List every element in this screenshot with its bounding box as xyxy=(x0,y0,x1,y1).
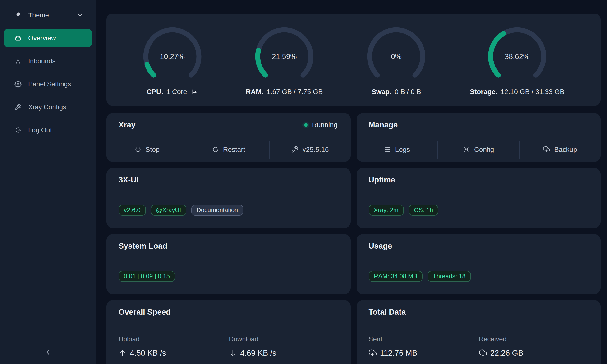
sent-metric: Sent 112.76 MB xyxy=(369,335,479,358)
speed-metrics: Upload 4.50 KB /s Download 4.69 KB /s xyxy=(106,325,351,364)
received-metric: Received 22.26 GB xyxy=(479,335,589,358)
sidebar-item-xray-configs[interactable]: Xray Configs xyxy=(4,98,92,116)
wrench-icon xyxy=(14,104,22,111)
sidebar-menu: Overview Inbounds Panel Settings Xray Co… xyxy=(0,29,95,139)
logs-button[interactable]: Logs xyxy=(356,137,438,162)
swap-percent: 0% xyxy=(391,52,402,61)
ram-gauge: 21.59% RAM: 1.67 GB / 7.75 GB xyxy=(246,27,323,96)
sidebar-item-label: Log Out xyxy=(28,126,52,134)
storage-gauge: 38.62% Storage: 12.10 GB / 31.33 GB xyxy=(470,27,565,96)
stop-button[interactable]: Stop xyxy=(106,137,187,162)
overall-speed-card-header: Overall Speed xyxy=(106,300,351,325)
storage-percent: 38.62% xyxy=(505,52,529,61)
system-load-tags: 0.01 | 0.09 | 0.15 xyxy=(106,258,351,294)
upload-label: Upload xyxy=(119,335,229,343)
xui-card: 3X-UI v2.6.0 @XrayUI Documentation xyxy=(106,168,351,228)
usage-tags: RAM: 34.08 MB Threads: 18 xyxy=(356,258,601,294)
bulb-icon xyxy=(15,12,22,19)
cpu-label: CPU: 1 Core xyxy=(147,87,198,96)
cpu-percent: 10.27% xyxy=(160,52,185,61)
xray-card-header: Xray Running xyxy=(106,113,351,137)
cloud-upload-icon xyxy=(369,349,377,357)
card-title: 3X-UI xyxy=(119,175,138,184)
documentation-tag[interactable]: Documentation xyxy=(191,205,243,216)
total-data-card-header: Total Data xyxy=(356,300,601,325)
card-title: Xray xyxy=(119,120,136,130)
xray-status-text: Running xyxy=(312,121,337,129)
sidebar-item-panel-settings[interactable]: Panel Settings xyxy=(4,75,92,93)
manage-card: Manage Logs Config Backup xyxy=(356,113,601,162)
xray-actions: Stop Restart v25.5.16 xyxy=(106,137,351,162)
gauge-ring: 21.59% xyxy=(255,27,314,86)
arrow-up-icon xyxy=(119,349,127,357)
main-content: 10.27% CPU: 1 Core 21.59% RAM: xyxy=(95,0,607,364)
data-metrics: Sent 112.76 MB Received 22.26 GB xyxy=(356,325,601,364)
wrench-icon xyxy=(291,146,298,153)
swap-label: Swap: 0 B / 0 B xyxy=(371,87,421,96)
gauge-ring: 0% xyxy=(367,27,426,86)
theme-label: Theme xyxy=(28,11,49,19)
card-title: Manage xyxy=(369,120,398,130)
sidebar-collapse-button[interactable] xyxy=(0,346,95,359)
card-title: Uptime xyxy=(369,175,395,184)
overall-speed-card: Overall Speed Upload 4.50 KB /s Download xyxy=(106,300,351,364)
chevron-down-icon[interactable] xyxy=(77,12,83,18)
swap-gauge: 0% Swap: 0 B / 0 B xyxy=(367,27,426,96)
restart-button[interactable]: Restart xyxy=(188,137,269,162)
download-value: 4.69 KB /s xyxy=(229,349,339,358)
sent-value: 112.76 MB xyxy=(369,349,479,358)
storage-label: Storage: 12.10 GB / 31.33 GB xyxy=(470,87,565,96)
sidebar-item-inbounds[interactable]: Inbounds xyxy=(4,52,92,70)
sidebar-item-label: Panel Settings xyxy=(28,80,71,88)
usage-card: Usage RAM: 34.08 MB Threads: 18 xyxy=(356,234,601,294)
upload-value: 4.50 KB /s xyxy=(119,349,229,358)
sidebar-item-label: Xray Configs xyxy=(28,103,66,111)
version-tag[interactable]: v2.6.0 xyxy=(119,205,146,216)
gauge-ring: 10.27% xyxy=(143,27,202,86)
power-icon xyxy=(134,146,142,153)
ram-label: RAM: 1.67 GB / 7.75 GB xyxy=(246,87,323,96)
theme-toggle[interactable]: Theme xyxy=(0,8,95,23)
system-stats-card: 10.27% CPU: 1 Core 21.59% RAM: xyxy=(106,13,601,106)
app-root: Theme Overview Inbounds Panel Settings X… xyxy=(0,0,607,364)
ram-percent: 21.59% xyxy=(272,52,297,61)
sidebar-item-log-out[interactable]: Log Out xyxy=(4,121,92,139)
gauge-icon xyxy=(14,35,22,42)
manage-actions: Logs Config Backup xyxy=(356,137,601,162)
total-data-card: Total Data Sent 112.76 MB Received xyxy=(356,300,601,364)
xray-card: Xray Running Stop Restart xyxy=(106,113,351,162)
logout-icon xyxy=(14,127,22,134)
upload-metric: Upload 4.50 KB /s xyxy=(119,335,229,358)
sidebar-item-label: Inbounds xyxy=(28,57,55,65)
os-uptime-tag: OS: 1h xyxy=(409,205,438,216)
uptime-tags: Xray: 2m OS: 1h xyxy=(356,192,601,228)
gear-icon xyxy=(14,80,22,88)
card-title: System Load xyxy=(119,242,167,250)
cpu-gauge: 10.27% CPU: 1 Core xyxy=(143,27,202,96)
xui-card-header: 3X-UI xyxy=(106,168,351,192)
download-metric: Download 4.69 KB /s xyxy=(229,335,339,358)
sidebar-item-label: Overview xyxy=(28,34,56,42)
xui-tags: v2.6.0 @XrayUI Documentation xyxy=(106,192,351,228)
arrow-down-icon xyxy=(229,349,237,357)
card-title: Overall Speed xyxy=(119,308,171,317)
threads-tag: Threads: 18 xyxy=(427,271,471,282)
system-load-card: System Load 0.01 | 0.09 | 0.15 xyxy=(106,234,351,294)
uptime-card: Uptime Xray: 2m OS: 1h xyxy=(356,168,601,228)
xray-uptime-tag: Xray: 2m xyxy=(369,205,404,216)
usage-card-header: Usage xyxy=(356,234,601,258)
chart-area-icon[interactable] xyxy=(191,88,198,95)
download-label: Download xyxy=(229,335,339,343)
sliders-icon xyxy=(463,146,470,153)
sidebar: Theme Overview Inbounds Panel Settings X… xyxy=(0,0,95,364)
xrayui-tag[interactable]: @XrayUI xyxy=(151,205,186,216)
sidebar-item-overview[interactable]: Overview xyxy=(4,29,92,47)
gauge-ring: 38.62% xyxy=(488,27,547,86)
config-button[interactable]: Config xyxy=(438,137,519,162)
card-title: Usage xyxy=(369,242,392,250)
xray-version-button[interactable]: v25.5.16 xyxy=(270,137,351,162)
running-dot-icon xyxy=(304,123,307,127)
received-label: Received xyxy=(479,335,589,343)
backup-button[interactable]: Backup xyxy=(519,137,601,162)
cloud-download-icon xyxy=(543,146,550,153)
